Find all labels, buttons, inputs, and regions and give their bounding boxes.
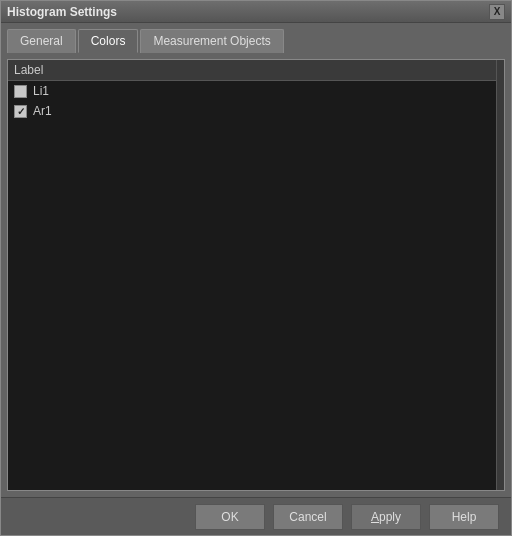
tab-general[interactable]: General [7, 29, 76, 53]
list-item[interactable]: Li1 [8, 81, 496, 101]
list-panel: Label Li1 Ar1 [7, 59, 505, 491]
help-button[interactable]: Help [429, 504, 499, 530]
histogram-settings-window: Histogram Settings X General Colors Meas… [0, 0, 512, 536]
tabs-bar: General Colors Measurement Objects [1, 23, 511, 53]
title-bar: Histogram Settings X [1, 1, 511, 23]
scrollbar[interactable] [496, 60, 504, 490]
close-button[interactable]: X [489, 4, 505, 20]
list-item[interactable]: Ar1 [8, 101, 496, 121]
window-title: Histogram Settings [7, 5, 117, 19]
ar1-label: Ar1 [33, 104, 52, 118]
cancel-button[interactable]: Cancel [273, 504, 343, 530]
tab-colors[interactable]: Colors [78, 29, 139, 53]
li1-checkbox[interactable] [14, 85, 27, 98]
ar1-checkbox[interactable] [14, 105, 27, 118]
tab-measurement-objects[interactable]: Measurement Objects [140, 29, 283, 53]
list-header: Label [8, 60, 496, 81]
apply-button[interactable]: Apply [351, 504, 421, 530]
footer: OK Cancel Apply Help [1, 497, 511, 535]
ok-button[interactable]: OK [195, 504, 265, 530]
tab-content: Label Li1 Ar1 [1, 53, 511, 497]
li1-label: Li1 [33, 84, 49, 98]
